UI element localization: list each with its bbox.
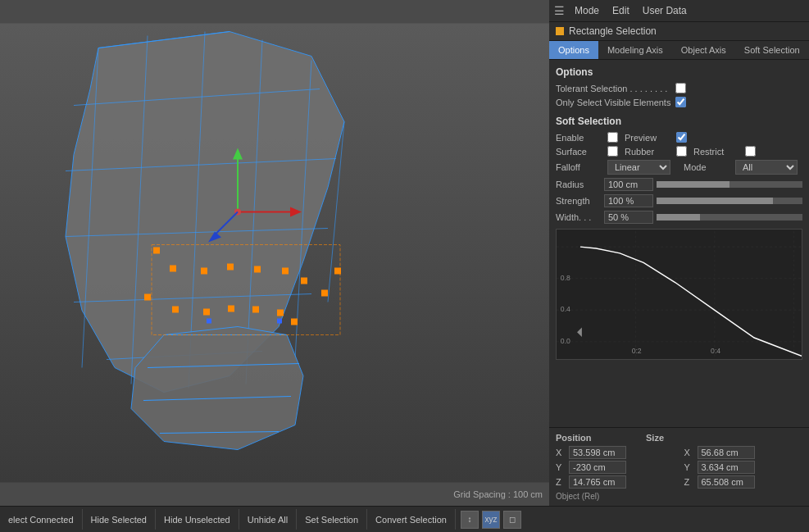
z-pos-axis: Z	[556, 477, 566, 487]
svg-rect-21	[201, 268, 207, 275]
position-title: Position	[556, 433, 629, 443]
hide-unselected-btn[interactable]: Hide Unselected	[156, 509, 239, 530]
svg-rect-31	[228, 306, 234, 312]
only-visible-row: Only Select Visible Elements	[556, 97, 802, 107]
falloff-mode-row: Falloff Linear Cubic Gaussian Mode All P…	[556, 160, 802, 175]
options-section-title: Options	[556, 66, 802, 78]
z-size-input[interactable]	[698, 475, 755, 489]
y-position-input[interactable]	[569, 461, 626, 474]
enable-label: Enable	[556, 133, 601, 143]
svg-rect-34	[291, 319, 298, 325]
svg-rect-45	[557, 231, 802, 357]
mode-select[interactable]: All Points Edges Polygons	[735, 160, 798, 175]
surface-checkbox[interactable]	[607, 146, 618, 157]
falloff-label: Falloff	[556, 162, 601, 172]
svg-rect-30	[203, 309, 210, 316]
width-row: Width. . .	[556, 211, 802, 224]
svg-rect-35	[207, 319, 211, 324]
x-size-row: X	[684, 446, 803, 459]
orange-indicator	[556, 27, 564, 35]
restrict-label: Restrict	[693, 147, 739, 157]
x-size-input[interactable]	[698, 446, 755, 459]
viewport[interactable]: Grid Spacing : 100 cm	[0, 0, 549, 506]
svg-text:0.0: 0.0	[561, 337, 570, 345]
x-size-axis: X	[684, 448, 694, 457]
svg-rect-24	[282, 268, 289, 275]
viewport-canvas: Grid Spacing : 100 cm	[0, 0, 549, 506]
svg-rect-28	[144, 294, 151, 301]
restrict-checkbox[interactable]	[745, 146, 756, 157]
hide-selected-btn[interactable]: Hide Selected	[83, 509, 157, 530]
falloff-select[interactable]: Linear Cubic Gaussian	[607, 160, 670, 175]
graph-area[interactable]: 0.8 0.4 0.0 0:2 0:4	[556, 229, 802, 360]
width-label: Width. . .	[556, 212, 601, 222]
y-size-input[interactable]	[698, 461, 755, 474]
position-size-grid: X X Y Y Z	[556, 446, 802, 489]
tab-object-axis[interactable]: Object Axis	[672, 41, 735, 59]
object-rel-label: Object (Rel)	[556, 492, 802, 501]
y-position-row: Y	[556, 461, 675, 474]
convert-selection-btn[interactable]: Convert Selection	[367, 509, 456, 530]
strength-slider[interactable]	[657, 198, 802, 204]
surface-rubber-restrict-row: Surface Rubber Restrict	[556, 146, 802, 157]
bottom-icons: ↕ xyz ◻	[456, 511, 526, 529]
radius-slider[interactable]	[657, 181, 802, 188]
enable-preview-row: Enable Preview	[556, 132, 802, 143]
svg-rect-23	[254, 266, 261, 273]
position-size-panel: Position Size X X Y Y	[549, 427, 809, 506]
mode-menu[interactable]: Mode	[571, 3, 602, 18]
svg-rect-25	[301, 278, 307, 284]
radius-input[interactable]	[604, 178, 653, 191]
selection-title-row: Rectangle Selection	[549, 22, 809, 41]
object-icon-btn[interactable]: ◻	[503, 511, 521, 529]
rubber-checkbox[interactable]	[676, 146, 687, 157]
svg-text:0.8: 0.8	[561, 274, 570, 282]
svg-rect-19	[153, 248, 160, 254]
svg-text:0:2: 0:2	[632, 347, 642, 355]
z-position-input[interactable]	[569, 475, 626, 489]
x-position-input[interactable]	[569, 446, 626, 459]
width-input[interactable]	[604, 211, 653, 224]
tab-modeling-axis[interactable]: Modeling Axis	[598, 41, 672, 59]
bottom-toolbar: elect Connected Hide Selected Hide Unsel…	[0, 506, 809, 532]
preview-checkbox[interactable]	[676, 132, 687, 143]
unhide-all-btn[interactable]: Unhide All	[239, 509, 298, 530]
only-visible-label: Only Select Visible Elements	[556, 98, 670, 107]
edit-menu[interactable]: Edit	[609, 3, 633, 18]
svg-rect-22	[227, 264, 234, 271]
size-title: Size	[646, 433, 664, 443]
menu-icon[interactable]: ☰	[554, 4, 565, 17]
xyz-icon-btn[interactable]: xyz	[482, 511, 500, 529]
mode-label: Mode	[684, 162, 729, 172]
strength-row: Strength	[556, 194, 802, 207]
select-connected-btn[interactable]: elect Connected	[0, 509, 83, 530]
svg-rect-32	[252, 307, 259, 313]
radius-row: Radius	[556, 178, 802, 191]
soft-selection-section-title: Soft Selection	[556, 116, 802, 127]
y-size-row: Y	[684, 461, 803, 474]
svg-text:0:4: 0:4	[711, 347, 720, 355]
tab-soft-selection[interactable]: Soft Selection	[735, 41, 809, 59]
strength-input[interactable]	[604, 194, 653, 207]
tab-options[interactable]: Options	[549, 41, 598, 59]
only-visible-checkbox[interactable]	[675, 97, 686, 107]
x-pos-axis: X	[556, 448, 566, 457]
xyz-label: xyz	[484, 515, 497, 524]
tolerant-selection-checkbox[interactable]	[675, 83, 686, 93]
enable-checkbox[interactable]	[607, 132, 618, 143]
radius-label: Radius	[556, 180, 601, 189]
svg-marker-14	[131, 327, 303, 450]
z-size-row: Z	[684, 475, 803, 489]
tolerant-selection-row: Tolerant Selection . . . . . . . .	[556, 83, 802, 93]
move-icon-btn[interactable]: ↕	[461, 511, 479, 529]
set-selection-btn[interactable]: Set Selection	[297, 509, 367, 530]
panel-content: Options Tolerant Selection . . . . . . .…	[549, 60, 809, 427]
grid-spacing-label: Grid Spacing : 100 cm	[453, 489, 543, 499]
width-slider[interactable]	[657, 214, 802, 221]
z-size-axis: Z	[684, 477, 694, 487]
right-panel: ☰ Mode Edit User Data Rectangle Selectio…	[549, 0, 809, 506]
main-area: Grid Spacing : 100 cm ☰ Mode Edit User D…	[0, 0, 809, 506]
user-data-menu[interactable]: User Data	[639, 3, 690, 18]
svg-rect-26	[321, 290, 328, 297]
surface-label: Surface	[556, 147, 601, 157]
